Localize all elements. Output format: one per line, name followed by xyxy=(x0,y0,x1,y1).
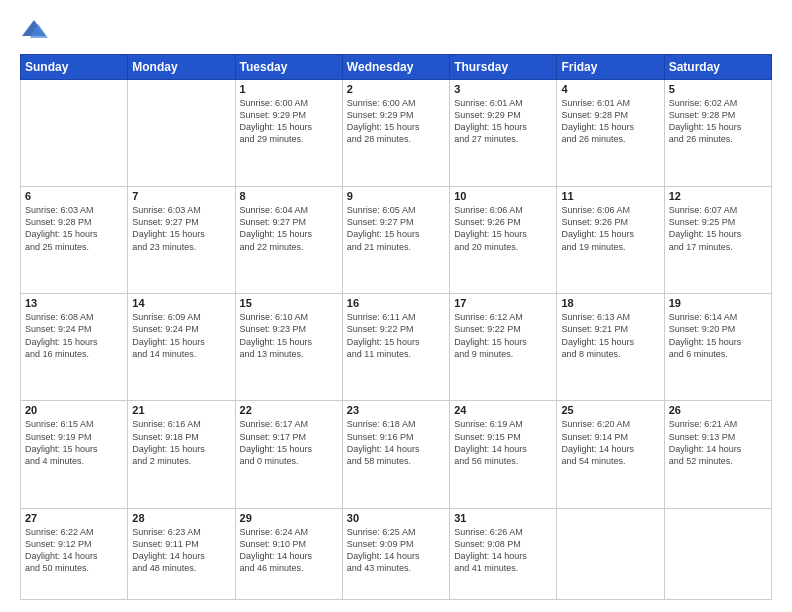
calendar-cell: 13Sunrise: 6:08 AM Sunset: 9:24 PM Dayli… xyxy=(21,294,128,401)
calendar-cell: 6Sunrise: 6:03 AM Sunset: 9:28 PM Daylig… xyxy=(21,187,128,294)
calendar-week-row: 13Sunrise: 6:08 AM Sunset: 9:24 PM Dayli… xyxy=(21,294,772,401)
day-info: Sunrise: 6:06 AM Sunset: 9:26 PM Dayligh… xyxy=(561,204,659,253)
calendar-cell xyxy=(557,508,664,600)
calendar-cell xyxy=(128,80,235,187)
day-info: Sunrise: 6:14 AM Sunset: 9:20 PM Dayligh… xyxy=(669,311,767,360)
day-number: 6 xyxy=(25,190,123,202)
calendar-cell: 19Sunrise: 6:14 AM Sunset: 9:20 PM Dayli… xyxy=(664,294,771,401)
day-number: 3 xyxy=(454,83,552,95)
day-number: 14 xyxy=(132,297,230,309)
calendar-week-row: 27Sunrise: 6:22 AM Sunset: 9:12 PM Dayli… xyxy=(21,508,772,600)
day-info: Sunrise: 6:19 AM Sunset: 9:15 PM Dayligh… xyxy=(454,418,552,467)
calendar-cell: 9Sunrise: 6:05 AM Sunset: 9:27 PM Daylig… xyxy=(342,187,449,294)
day-number: 25 xyxy=(561,404,659,416)
day-info: Sunrise: 6:00 AM Sunset: 9:29 PM Dayligh… xyxy=(240,97,338,146)
calendar-cell: 24Sunrise: 6:19 AM Sunset: 9:15 PM Dayli… xyxy=(450,401,557,508)
calendar-cell: 2Sunrise: 6:00 AM Sunset: 9:29 PM Daylig… xyxy=(342,80,449,187)
calendar-cell: 10Sunrise: 6:06 AM Sunset: 9:26 PM Dayli… xyxy=(450,187,557,294)
calendar-cell: 29Sunrise: 6:24 AM Sunset: 9:10 PM Dayli… xyxy=(235,508,342,600)
day-number: 9 xyxy=(347,190,445,202)
calendar-cell xyxy=(664,508,771,600)
weekday-header: Tuesday xyxy=(235,55,342,80)
day-number: 5 xyxy=(669,83,767,95)
day-number: 30 xyxy=(347,512,445,524)
day-info: Sunrise: 6:15 AM Sunset: 9:19 PM Dayligh… xyxy=(25,418,123,467)
day-number: 24 xyxy=(454,404,552,416)
day-info: Sunrise: 6:03 AM Sunset: 9:27 PM Dayligh… xyxy=(132,204,230,253)
calendar-cell: 3Sunrise: 6:01 AM Sunset: 9:29 PM Daylig… xyxy=(450,80,557,187)
day-info: Sunrise: 6:10 AM Sunset: 9:23 PM Dayligh… xyxy=(240,311,338,360)
day-number: 27 xyxy=(25,512,123,524)
logo-icon xyxy=(20,16,48,44)
weekday-header: Wednesday xyxy=(342,55,449,80)
calendar-cell: 16Sunrise: 6:11 AM Sunset: 9:22 PM Dayli… xyxy=(342,294,449,401)
day-number: 17 xyxy=(454,297,552,309)
day-info: Sunrise: 6:05 AM Sunset: 9:27 PM Dayligh… xyxy=(347,204,445,253)
day-number: 31 xyxy=(454,512,552,524)
logo xyxy=(20,16,52,44)
day-info: Sunrise: 6:18 AM Sunset: 9:16 PM Dayligh… xyxy=(347,418,445,467)
day-info: Sunrise: 6:24 AM Sunset: 9:10 PM Dayligh… xyxy=(240,526,338,575)
calendar-cell: 22Sunrise: 6:17 AM Sunset: 9:17 PM Dayli… xyxy=(235,401,342,508)
header xyxy=(20,16,772,44)
day-info: Sunrise: 6:11 AM Sunset: 9:22 PM Dayligh… xyxy=(347,311,445,360)
weekday-header: Monday xyxy=(128,55,235,80)
calendar-cell: 27Sunrise: 6:22 AM Sunset: 9:12 PM Dayli… xyxy=(21,508,128,600)
calendar-cell: 4Sunrise: 6:01 AM Sunset: 9:28 PM Daylig… xyxy=(557,80,664,187)
day-info: Sunrise: 6:00 AM Sunset: 9:29 PM Dayligh… xyxy=(347,97,445,146)
day-number: 2 xyxy=(347,83,445,95)
day-number: 8 xyxy=(240,190,338,202)
weekday-header: Saturday xyxy=(664,55,771,80)
day-number: 18 xyxy=(561,297,659,309)
calendar-cell: 14Sunrise: 6:09 AM Sunset: 9:24 PM Dayli… xyxy=(128,294,235,401)
day-info: Sunrise: 6:12 AM Sunset: 9:22 PM Dayligh… xyxy=(454,311,552,360)
day-number: 1 xyxy=(240,83,338,95)
calendar-header-row: SundayMondayTuesdayWednesdayThursdayFrid… xyxy=(21,55,772,80)
day-number: 21 xyxy=(132,404,230,416)
calendar: SundayMondayTuesdayWednesdayThursdayFrid… xyxy=(20,54,772,600)
calendar-cell: 8Sunrise: 6:04 AM Sunset: 9:27 PM Daylig… xyxy=(235,187,342,294)
day-info: Sunrise: 6:20 AM Sunset: 9:14 PM Dayligh… xyxy=(561,418,659,467)
calendar-cell: 20Sunrise: 6:15 AM Sunset: 9:19 PM Dayli… xyxy=(21,401,128,508)
calendar-cell: 12Sunrise: 6:07 AM Sunset: 9:25 PM Dayli… xyxy=(664,187,771,294)
calendar-week-row: 6Sunrise: 6:03 AM Sunset: 9:28 PM Daylig… xyxy=(21,187,772,294)
day-info: Sunrise: 6:09 AM Sunset: 9:24 PM Dayligh… xyxy=(132,311,230,360)
day-info: Sunrise: 6:03 AM Sunset: 9:28 PM Dayligh… xyxy=(25,204,123,253)
day-number: 22 xyxy=(240,404,338,416)
day-info: Sunrise: 6:01 AM Sunset: 9:28 PM Dayligh… xyxy=(561,97,659,146)
calendar-cell: 5Sunrise: 6:02 AM Sunset: 9:28 PM Daylig… xyxy=(664,80,771,187)
weekday-header: Sunday xyxy=(21,55,128,80)
calendar-cell: 30Sunrise: 6:25 AM Sunset: 9:09 PM Dayli… xyxy=(342,508,449,600)
day-number: 23 xyxy=(347,404,445,416)
day-info: Sunrise: 6:02 AM Sunset: 9:28 PM Dayligh… xyxy=(669,97,767,146)
day-info: Sunrise: 6:04 AM Sunset: 9:27 PM Dayligh… xyxy=(240,204,338,253)
day-number: 29 xyxy=(240,512,338,524)
calendar-cell: 25Sunrise: 6:20 AM Sunset: 9:14 PM Dayli… xyxy=(557,401,664,508)
calendar-cell xyxy=(21,80,128,187)
day-info: Sunrise: 6:21 AM Sunset: 9:13 PM Dayligh… xyxy=(669,418,767,467)
day-number: 26 xyxy=(669,404,767,416)
day-number: 12 xyxy=(669,190,767,202)
calendar-cell: 18Sunrise: 6:13 AM Sunset: 9:21 PM Dayli… xyxy=(557,294,664,401)
day-info: Sunrise: 6:01 AM Sunset: 9:29 PM Dayligh… xyxy=(454,97,552,146)
calendar-cell: 31Sunrise: 6:26 AM Sunset: 9:08 PM Dayli… xyxy=(450,508,557,600)
day-info: Sunrise: 6:22 AM Sunset: 9:12 PM Dayligh… xyxy=(25,526,123,575)
day-number: 4 xyxy=(561,83,659,95)
page: SundayMondayTuesdayWednesdayThursdayFrid… xyxy=(0,0,792,612)
calendar-cell: 1Sunrise: 6:00 AM Sunset: 9:29 PM Daylig… xyxy=(235,80,342,187)
weekday-header: Thursday xyxy=(450,55,557,80)
day-number: 13 xyxy=(25,297,123,309)
calendar-cell: 21Sunrise: 6:16 AM Sunset: 9:18 PM Dayli… xyxy=(128,401,235,508)
calendar-cell: 26Sunrise: 6:21 AM Sunset: 9:13 PM Dayli… xyxy=(664,401,771,508)
day-info: Sunrise: 6:07 AM Sunset: 9:25 PM Dayligh… xyxy=(669,204,767,253)
day-info: Sunrise: 6:08 AM Sunset: 9:24 PM Dayligh… xyxy=(25,311,123,360)
day-info: Sunrise: 6:13 AM Sunset: 9:21 PM Dayligh… xyxy=(561,311,659,360)
day-info: Sunrise: 6:25 AM Sunset: 9:09 PM Dayligh… xyxy=(347,526,445,575)
day-info: Sunrise: 6:26 AM Sunset: 9:08 PM Dayligh… xyxy=(454,526,552,575)
day-info: Sunrise: 6:23 AM Sunset: 9:11 PM Dayligh… xyxy=(132,526,230,575)
weekday-header: Friday xyxy=(557,55,664,80)
day-info: Sunrise: 6:16 AM Sunset: 9:18 PM Dayligh… xyxy=(132,418,230,467)
calendar-cell: 17Sunrise: 6:12 AM Sunset: 9:22 PM Dayli… xyxy=(450,294,557,401)
calendar-cell: 7Sunrise: 6:03 AM Sunset: 9:27 PM Daylig… xyxy=(128,187,235,294)
day-number: 10 xyxy=(454,190,552,202)
